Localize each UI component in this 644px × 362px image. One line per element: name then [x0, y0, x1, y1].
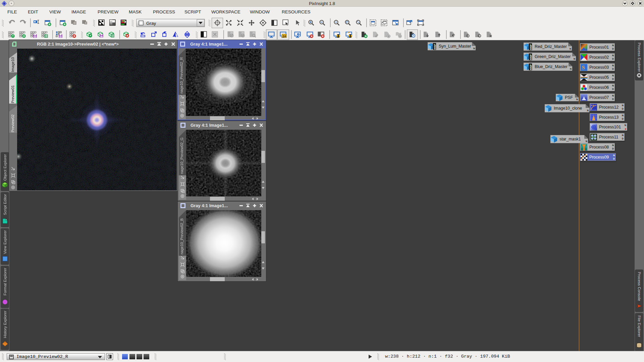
svg-text:XISF: XISF [433, 44, 436, 49]
svg-text:XISF: XISF [529, 54, 532, 60]
svg-text:XISF: XISF [529, 64, 532, 70]
svg-text:24: 24 [283, 35, 286, 38]
svg-text:Gray: Gray [146, 21, 156, 26]
svg-text:S: S [582, 65, 585, 71]
svg-text:XISF: XISF [529, 44, 532, 50]
